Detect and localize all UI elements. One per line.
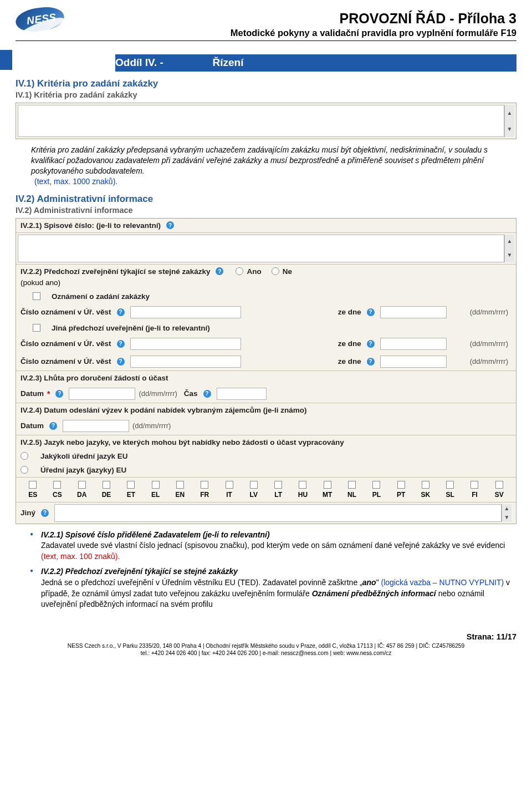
input-zedne1[interactable] (380, 306, 447, 318)
lang-cell-es: ES (21, 481, 45, 499)
input-cislo1[interactable] (130, 306, 241, 318)
lang-label: SV (495, 491, 504, 499)
bullet-iv221: IV.2.1) Spisové číslo přidělené Zadavate… (30, 530, 513, 562)
chk-jina[interactable] (33, 324, 40, 332)
lang-chk-mt[interactable] (324, 481, 331, 489)
iv221-textarea[interactable] (18, 235, 504, 262)
lang-chk-fr[interactable] (201, 481, 208, 489)
lang-label: EN (176, 491, 185, 499)
banner-left: Oddíl IV. - (115, 57, 163, 68)
chk-ozn[interactable] (33, 292, 40, 300)
lang-chk-sv[interactable] (495, 481, 503, 489)
help-icon[interactable]: ? (367, 340, 375, 348)
lang-chk-pt[interactable] (397, 481, 405, 489)
input-cislo2[interactable] (130, 338, 241, 350)
lbl-datum2: Datum (21, 422, 44, 430)
lang-chk-fi[interactable] (470, 481, 478, 489)
input-cislo3[interactable] (130, 356, 241, 368)
lang-chk-el[interactable] (152, 481, 160, 489)
input-datum2[interactable] (63, 420, 129, 432)
input-zedne3[interactable] (380, 356, 447, 368)
lang-label: FI (472, 491, 478, 499)
lang-cell-sk: SK (413, 481, 438, 499)
lang-chk-it[interactable] (226, 481, 233, 489)
help-icon[interactable]: ? (367, 358, 375, 366)
iv1-description: Kritéria pro zadání zakázky předepsaná v… (31, 145, 501, 187)
lang-cell-mt: MT (315, 481, 340, 499)
radio-lang-any[interactable] (21, 452, 28, 460)
help-icon[interactable]: ? (117, 340, 125, 348)
heading-iv2: IV.2) Administrativní informace (16, 194, 516, 205)
lbl-iv221: IV.2.1) Spisové číslo: (je-li to relevan… (21, 221, 161, 230)
help-icon[interactable]: ? (117, 358, 125, 366)
lang-chk-lt[interactable] (274, 481, 282, 489)
note-red: (text, max. 100 znaků). (41, 552, 120, 561)
scroll-down-icon[interactable]: ▼ (505, 121, 514, 137)
help-icon[interactable]: ? (166, 221, 174, 229)
iv2-form: IV.2.1) Spisové číslo: (je-li to relevan… (16, 218, 516, 524)
logic-note: (logická vazba – NUTNO VYPLNIT) (381, 578, 504, 587)
help-icon[interactable]: ? (367, 308, 375, 316)
lang-label: LT (274, 491, 282, 499)
page-number: Strana: 11/17 (16, 632, 516, 641)
lang-cell-et: ET (119, 481, 143, 499)
input-cas[interactable] (217, 388, 267, 400)
lang-chk-es[interactable] (29, 481, 37, 489)
lang-chk-lv[interactable] (250, 481, 258, 489)
help-icon[interactable]: ? (216, 267, 223, 275)
lang-cell-cs: CS (45, 481, 69, 499)
input-datum1[interactable] (69, 388, 135, 400)
radio-ne[interactable] (272, 267, 279, 275)
lang-chk-en[interactable] (176, 481, 184, 489)
lbl-zedne2: ze dne (338, 339, 361, 348)
scroll-down-icon[interactable]: ▼ (502, 513, 511, 522)
lang-chk-cs[interactable] (53, 481, 61, 489)
header-subtitle: Metodické pokyny a validační pravidla pr… (16, 28, 516, 38)
lang-cell-da: DA (70, 481, 94, 499)
lbl-jiny: Jiný (21, 509, 35, 517)
radio-lang-eu[interactable] (21, 466, 28, 474)
lang-label: SL (446, 491, 454, 499)
jiny-textarea[interactable] (54, 504, 502, 522)
lbl-lang-eu: Úřední jazyk (jazyky) EU (40, 466, 126, 474)
lbl-ano: Ano (247, 267, 261, 276)
header-title: PROVOZNÍ ŘÁD - Příloha 3 (16, 10, 516, 27)
lang-cell-el: EL (143, 481, 167, 499)
lang-chk-et[interactable] (127, 481, 135, 489)
help-icon[interactable]: ? (55, 390, 63, 398)
lbl-jina: Jiná předchozí uveřejnění (je-li to rele… (52, 324, 210, 332)
scroll-up-icon[interactable]: ▲ (502, 504, 511, 513)
lang-label: LV (250, 491, 258, 499)
lang-chk-da[interactable] (78, 481, 86, 489)
lang-chk-nl[interactable] (348, 481, 356, 489)
lang-label: NL (347, 491, 356, 499)
hint-ddmm5: (dd/mm/rrrr) (132, 422, 171, 430)
logo: NESS (16, 8, 63, 34)
lang-cell-it: IT (217, 481, 241, 499)
lang-label: IT (226, 491, 232, 499)
lang-chk-hu[interactable] (299, 481, 306, 489)
lang-chk-de[interactable] (103, 481, 110, 489)
scroll-down-icon[interactable]: ▼ (505, 248, 514, 262)
help-icon[interactable]: ? (117, 308, 125, 316)
lang-chk-pl[interactable] (372, 481, 380, 489)
lang-label: PT (397, 491, 405, 499)
lang-label: MT (323, 491, 332, 499)
lang-chk-sl[interactable] (446, 481, 454, 489)
radio-ano[interactable] (236, 267, 243, 275)
lang-cell-lv: LV (242, 481, 266, 499)
help-icon[interactable]: ? (203, 390, 211, 398)
help-icon[interactable]: ? (41, 509, 49, 517)
lang-cell-en: EN (168, 481, 192, 499)
scroll-up-icon[interactable]: ▲ (505, 235, 514, 248)
lbl-cislo1: Číslo oznámení v Úř. věst (21, 308, 111, 316)
scroll-up-icon[interactable]: ▲ (505, 105, 514, 121)
iv1-textarea[interactable] (18, 105, 504, 137)
input-zedne2[interactable] (380, 338, 447, 350)
help-icon[interactable]: ? (49, 422, 57, 430)
lang-chk-sk[interactable] (422, 481, 429, 489)
lang-cell-lt: LT (266, 481, 290, 499)
footer-line2: tel.: +420 244 026 400 | fax: +420 244 0… (16, 649, 516, 657)
lang-cell-fr: FR (192, 481, 217, 499)
lbl-iv223: IV.2.3) Lhůta pro doručení žádostí o úča… (21, 374, 168, 382)
